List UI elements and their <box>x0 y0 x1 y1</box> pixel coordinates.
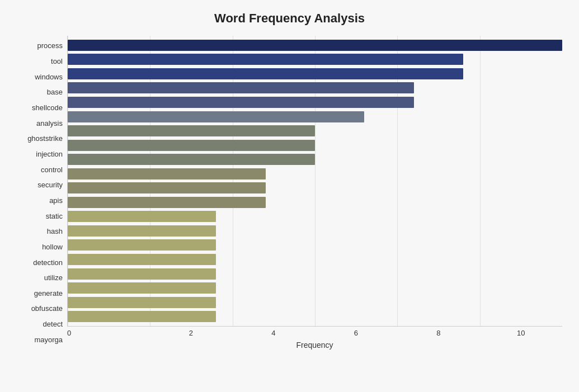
bar-mayorga <box>68 311 216 322</box>
bar-row <box>68 282 562 294</box>
y-label-shellcode: shellcode <box>32 100 63 116</box>
y-label-utilize: utilize <box>44 270 63 286</box>
y-label-generate: generate <box>34 286 63 301</box>
y-label-control: control <box>41 162 63 177</box>
bar-row <box>68 53 562 65</box>
bar-ghoststrike <box>68 125 315 136</box>
x-tick: 0 <box>67 329 150 337</box>
bars-and-x: 0246810 Frequency <box>67 36 562 350</box>
y-label-process: process <box>37 38 63 54</box>
y-label-detection: detection <box>33 254 63 270</box>
x-ticks: 0246810 <box>67 329 562 337</box>
y-label-apis: apis <box>49 193 63 209</box>
bar-analysis <box>68 111 364 122</box>
y-label-base: base <box>47 84 63 100</box>
x-tick: 10 <box>480 329 563 337</box>
bar-row <box>68 225 562 237</box>
bar-security <box>68 168 266 180</box>
bar-apis <box>68 182 266 193</box>
x-axis-label: Frequency <box>67 341 562 350</box>
bar-shellcode <box>68 97 414 108</box>
y-axis: processtoolwindowsbaseshellcodeanalysisg… <box>17 36 67 350</box>
y-label-injection: injection <box>36 147 63 162</box>
bar-row <box>68 239 562 251</box>
bar-row <box>68 125 562 137</box>
bar-hollow <box>68 225 216 237</box>
bar-utilize <box>68 254 216 265</box>
x-tick: 4 <box>232 329 315 337</box>
bar-row <box>68 182 562 194</box>
bar-row <box>68 296 562 309</box>
bar-obfuscate <box>68 282 216 294</box>
y-label-hash: hash <box>47 224 63 239</box>
bar-row <box>68 253 562 266</box>
chart-title: Word Frequency Analysis <box>17 11 562 26</box>
y-label-security: security <box>37 177 63 193</box>
bar-row <box>68 139 562 152</box>
x-tick: 6 <box>315 329 398 337</box>
bar-row <box>68 68 562 80</box>
chart-area: processtoolwindowsbaseshellcodeanalysisg… <box>17 36 562 350</box>
bar-process <box>68 40 562 51</box>
chart-container: Word Frequency Analysis processtoolwindo… <box>0 0 579 392</box>
bar-detect <box>68 297 216 308</box>
bar-static <box>68 197 266 208</box>
bar-control <box>68 154 315 165</box>
bar-row <box>68 268 562 280</box>
y-label-ghoststrike: ghoststrike <box>27 131 63 147</box>
bar-detection <box>68 239 216 251</box>
bars-area <box>67 36 562 327</box>
bar-windows <box>68 68 463 79</box>
y-label-static: static <box>46 208 63 224</box>
bar-row <box>68 210 562 223</box>
bar-injection <box>68 140 315 151</box>
bar-row <box>68 310 562 323</box>
y-label-analysis: analysis <box>36 115 63 131</box>
bars-rows <box>68 36 562 326</box>
bar-generate <box>68 268 216 280</box>
x-axis: 0246810 Frequency <box>67 327 562 350</box>
bar-hash <box>68 211 216 222</box>
bar-row <box>68 82 562 94</box>
bar-row <box>68 111 562 123</box>
x-tick: 8 <box>397 329 480 337</box>
y-label-hollow: hollow <box>42 239 63 255</box>
bar-tool <box>68 54 463 65</box>
y-label-obfuscate: obfuscate <box>31 301 63 317</box>
bar-row <box>68 39 562 51</box>
bar-row <box>68 96 562 108</box>
bar-row <box>68 168 562 180</box>
y-label-mayorga: mayorga <box>34 332 63 347</box>
x-tick: 2 <box>150 329 233 337</box>
y-label-detect: detect <box>43 317 63 332</box>
bar-row <box>68 196 562 209</box>
bar-row <box>68 153 562 166</box>
bar-base <box>68 82 414 93</box>
y-label-windows: windows <box>35 69 63 84</box>
y-label-tool: tool <box>51 54 63 69</box>
